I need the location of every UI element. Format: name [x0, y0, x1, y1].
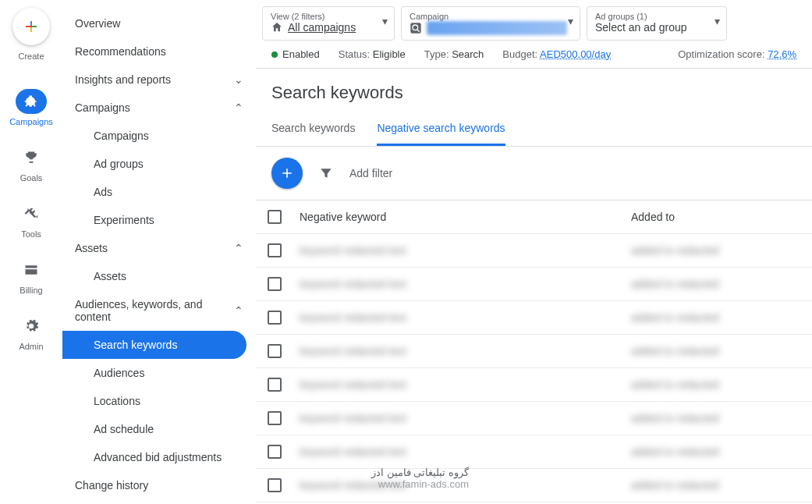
redacted-added-to: added to redacted: [631, 311, 719, 324]
keywords-table: Negative keyword Added to keyword redact…: [256, 200, 812, 504]
nav-recommendations[interactable]: Recommendations: [62, 37, 256, 66]
select-all-checkbox[interactable]: [268, 210, 282, 224]
redacted-keyword: keyword redacted text: [300, 445, 406, 458]
redacted-campaign: [427, 21, 567, 35]
status-enabled: Enabled: [271, 48, 320, 60]
adgroup-selector[interactable]: Ad groups (1) Select an ad group ▾: [587, 6, 727, 41]
table-row[interactable]: keyword redacted textadded to redacted: [256, 435, 812, 469]
nav-adschedule[interactable]: Ad schedule: [62, 415, 256, 443]
row-checkbox[interactable]: [268, 378, 282, 392]
table-row[interactable]: keyword redacted textadded to redacted: [256, 301, 812, 335]
table-header: Negative keyword Added to: [256, 201, 812, 234]
nav-overview[interactable]: Overview: [62, 9, 256, 37]
nav-adgroups[interactable]: Ad groups: [62, 150, 256, 178]
rail-tools[interactable]: Tools: [16, 195, 47, 245]
watermark: گروه تبلیغاتی فامین ادز www.famin-ads.co…: [371, 467, 469, 490]
nav-ads[interactable]: Ads: [62, 178, 256, 206]
caret-down-icon: ▾: [382, 15, 388, 27]
search-icon: [410, 22, 422, 34]
sidebar: Overview Recommendations Insights and re…: [62, 0, 256, 504]
redacted-keyword: keyword redacted text: [300, 378, 406, 391]
rail-goals[interactable]: Goals: [16, 139, 47, 189]
table-row[interactable]: keyword redacted textadded to redacted: [256, 268, 812, 301]
nav-change-history[interactable]: Change history: [62, 471, 256, 499]
redacted-keyword: keyword redacted text: [300, 345, 406, 357]
redacted-keyword: keyword redacted text: [300, 311, 406, 324]
row-checkbox[interactable]: [268, 344, 282, 358]
row-checkbox[interactable]: [268, 311, 282, 325]
table-row[interactable]: keyword redacted textadded to redacted: [256, 469, 812, 502]
redacted-added-to: added to redacted: [631, 244, 719, 257]
tab-search-keywords[interactable]: Search keywords: [271, 112, 355, 146]
row-checkbox[interactable]: [268, 277, 282, 291]
nav-assets[interactable]: Assets⌃: [62, 234, 256, 262]
row-checkbox[interactable]: [268, 445, 282, 459]
redacted-keyword: keyword redacted text: [300, 278, 406, 290]
opt-score-link[interactable]: 72.6%: [768, 48, 796, 60]
row-checkbox[interactable]: [268, 411, 282, 425]
nav-experiments[interactable]: Experiments: [62, 206, 256, 234]
nav-locations[interactable]: Locations: [62, 387, 256, 415]
col-added-to[interactable]: Added to: [625, 201, 812, 232]
rail-billing[interactable]: Billing: [16, 251, 47, 301]
trophy-icon: [23, 150, 39, 165]
redacted-added-to: added to redacted: [631, 345, 719, 357]
caret-down-icon: ▾: [714, 15, 720, 27]
filter-button[interactable]: [318, 165, 334, 181]
rail-admin[interactable]: Admin: [16, 307, 47, 357]
create-label: Create: [18, 51, 44, 61]
add-filter-button[interactable]: Add filter: [349, 167, 392, 179]
nav-campaigns[interactable]: Campaigns⌃: [62, 94, 256, 122]
main-content: View (2 filters) All campaigns ▾ Campaig…: [256, 0, 812, 504]
chevron-up-icon: ⌃: [234, 242, 243, 254]
view-selector[interactable]: View (2 filters) All campaigns ▾: [262, 6, 395, 41]
add-button[interactable]: [271, 158, 303, 189]
budget-link[interactable]: AED500.00/day: [540, 48, 611, 60]
rail-campaigns[interactable]: Campaigns: [9, 83, 53, 133]
table-row[interactable]: keyword redacted textadded to redacted: [256, 335, 812, 368]
row-checkbox[interactable]: [268, 243, 282, 257]
gear-icon: [23, 318, 39, 334]
table-row[interactable]: keyword redacted textadded to redacted: [256, 368, 812, 402]
page-title: Search keywords: [256, 69, 812, 112]
redacted-added-to: added to redacted: [631, 479, 719, 492]
chevron-down-icon: ⌄: [234, 73, 243, 86]
table-row[interactable]: keyword redacted textadded to redacted: [256, 234, 812, 268]
chevron-up-icon: ⌃: [234, 304, 243, 317]
plus-icon: [22, 17, 41, 36]
caret-down-icon: ▾: [568, 15, 573, 27]
tabs: Search keywords Negative search keywords: [256, 112, 812, 147]
status-row: Enabled Status: Eligible Type: Search Bu…: [256, 41, 812, 69]
nav-campaigns-sub[interactable]: Campaigns: [62, 122, 256, 150]
redacted-added-to: added to redacted: [631, 378, 719, 391]
filter-icon: [318, 165, 334, 181]
redacted-added-to: added to redacted: [631, 445, 719, 458]
nav-advanced-bid[interactable]: Advanced bid adjustments: [62, 443, 256, 471]
redacted-keyword: keyword redacted text: [300, 412, 406, 424]
nav-search-keywords[interactable]: Search keywords: [62, 331, 246, 359]
col-negative-keyword[interactable]: Negative keyword: [293, 201, 625, 232]
card-icon: [23, 262, 39, 278]
tools-icon: [23, 206, 39, 222]
home-icon: [271, 21, 283, 34]
redacted-added-to: added to redacted: [631, 412, 719, 424]
campaign-selector[interactable]: Campaign ▾: [401, 6, 580, 41]
redacted-added-to: added to redacted: [631, 278, 719, 290]
row-checkbox[interactable]: [268, 478, 282, 492]
toolbar: Add filter: [256, 147, 812, 200]
nav-assets-sub[interactable]: Assets: [62, 262, 256, 290]
nav-audiences[interactable]: Audiences: [62, 359, 256, 387]
redacted-keyword: keyword redacted text: [300, 244, 406, 257]
chevron-up-icon: ⌃: [234, 101, 243, 114]
plus-icon: [279, 165, 295, 181]
left-rail: Create Campaigns Goals Tools Billing Adm…: [0, 0, 62, 504]
nav-insights[interactable]: Insights and reports⌄: [62, 66, 256, 94]
nav-audiences-keywords[interactable]: Audiences, keywords, and content⌃: [62, 290, 256, 331]
svg-rect-0: [410, 23, 420, 33]
create-button[interactable]: [12, 8, 50, 45]
table-row[interactable]: keyword redacted textadded to redacted: [256, 402, 812, 435]
tab-negative-keywords[interactable]: Negative search keywords: [377, 112, 505, 146]
megaphone-icon: [23, 94, 39, 109]
